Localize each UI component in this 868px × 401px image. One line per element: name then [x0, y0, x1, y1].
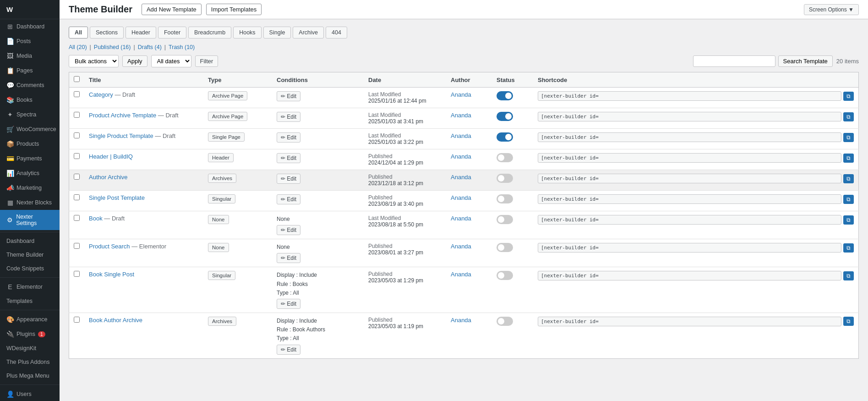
shortcode-input[interactable] — [538, 91, 841, 101]
edit-button[interactable]: ✏ Edit — [277, 253, 300, 263]
sidebar-item-pages[interactable]: 📋Pages — [0, 63, 60, 78]
template-title-link[interactable]: Header | BuildIQ — [89, 153, 133, 160]
edit-button[interactable]: ✏ Edit — [277, 345, 300, 355]
status-toggle[interactable] — [497, 132, 513, 142]
count-drafts[interactable]: Drafts (4) — [138, 44, 162, 50]
author-link[interactable]: Ananda — [451, 194, 471, 201]
add-new-template-button[interactable]: Add New Template — [142, 4, 202, 15]
author-link[interactable]: Ananda — [451, 153, 471, 160]
tab-single[interactable]: Single — [263, 27, 291, 38]
shortcode-copy-button[interactable]: ⧉ — [843, 133, 854, 142]
sidebar-item-plus-mega-menu[interactable]: Plus Mega Menu — [0, 369, 60, 383]
sidebar-item-payments[interactable]: 💳Payments — [0, 151, 60, 166]
template-title-link[interactable]: Book Single Post — [89, 271, 134, 278]
row-checkbox[interactable] — [74, 271, 80, 277]
sidebar-item-templates[interactable]: Templates — [0, 294, 60, 308]
import-templates-button[interactable]: Import Templates — [206, 4, 262, 15]
sidebar-item-marketing[interactable]: 📣Marketing — [0, 181, 60, 195]
template-title-link[interactable]: Single Product Template — [89, 132, 153, 139]
count-all[interactable]: All (20) — [69, 44, 87, 50]
author-link[interactable]: Ananda — [451, 174, 471, 181]
sidebar-item-theme-builder[interactable]: Theme Builder — [0, 248, 60, 262]
row-checkbox[interactable] — [74, 153, 80, 159]
edit-button[interactable]: ✏ Edit — [277, 225, 300, 235]
sidebar-item-products[interactable]: 📦Products — [0, 137, 60, 151]
sidebar-item-dashboard2[interactable]: Dashboard — [0, 234, 60, 248]
author-link[interactable]: Ananda — [451, 112, 471, 119]
author-link[interactable]: Ananda — [451, 317, 471, 324]
dates-select[interactable]: All dates — [151, 55, 191, 67]
sidebar-item-dashboard[interactable]: ⊞Dashboard — [0, 19, 60, 34]
row-checkbox[interactable] — [74, 243, 80, 249]
edit-button[interactable]: ✏ Edit — [277, 112, 300, 122]
shortcode-copy-button[interactable]: ⧉ — [843, 154, 854, 163]
template-title-link[interactable]: Category — [89, 91, 113, 98]
filter-button[interactable]: Filter — [195, 55, 218, 67]
template-title-link[interactable]: Single Post Template — [89, 194, 145, 201]
row-checkbox[interactable] — [74, 194, 80, 200]
template-title-link[interactable]: Book — [89, 215, 103, 222]
screen-options-button[interactable]: Screen Options ▼ — [804, 4, 859, 15]
sidebar-item-woocommerce[interactable]: 🛒WooCommerce — [0, 122, 60, 137]
status-toggle[interactable] — [497, 153, 513, 162]
template-title-link[interactable]: Author Archive — [89, 174, 128, 181]
tab-404[interactable]: 404 — [326, 27, 347, 38]
shortcode-input[interactable] — [538, 174, 841, 183]
tab-sections[interactable]: Sections — [90, 27, 124, 38]
tab-footer[interactable]: Footer — [158, 27, 186, 38]
shortcode-copy-button[interactable]: ⧉ — [843, 92, 854, 101]
tab-all[interactable]: All — [69, 27, 88, 38]
row-checkbox[interactable] — [74, 174, 80, 180]
sidebar-item-nexter-settings[interactable]: ⚙Nexter Settings — [0, 210, 60, 230]
shortcode-input[interactable] — [538, 112, 841, 121]
template-title-link[interactable]: Book Author Archive — [89, 317, 142, 324]
col-header-date[interactable]: Date — [364, 72, 446, 88]
edit-button[interactable]: ✏ Edit — [277, 132, 300, 143]
sidebar-item-posts[interactable]: 📄Posts — [0, 34, 60, 49]
shortcode-input[interactable] — [538, 132, 841, 142]
sidebar-item-books[interactable]: 📚Books — [0, 93, 60, 107]
status-toggle[interactable] — [497, 271, 513, 280]
edit-button[interactable]: ✏ Edit — [277, 194, 300, 204]
shortcode-copy-button[interactable]: ⧉ — [843, 174, 854, 183]
author-link[interactable]: Ananda — [451, 243, 471, 250]
count-published[interactable]: Published (16) — [94, 44, 131, 50]
template-title-link[interactable]: Product Search — [89, 243, 130, 250]
shortcode-input[interactable] — [538, 194, 841, 204]
sidebar-item-appearance[interactable]: 🎨Appearance — [0, 312, 60, 327]
apply-button[interactable]: Apply — [122, 55, 147, 67]
row-checkbox[interactable] — [74, 91, 80, 97]
tab-header[interactable]: Header — [126, 27, 156, 38]
row-checkbox[interactable] — [74, 132, 80, 138]
status-toggle[interactable] — [497, 317, 513, 326]
status-toggle[interactable] — [497, 194, 513, 203]
shortcode-input[interactable] — [538, 271, 841, 280]
shortcode-input[interactable] — [538, 317, 841, 326]
tab-breadcrumb[interactable]: Breadcrumb — [188, 27, 231, 38]
sidebar-item-users[interactable]: 👤Users — [0, 387, 60, 401]
status-toggle[interactable] — [497, 91, 513, 100]
row-checkbox[interactable] — [74, 112, 80, 118]
edit-button[interactable]: ✏ Edit — [277, 299, 300, 309]
edit-button[interactable]: ✏ Edit — [277, 174, 300, 184]
shortcode-input[interactable] — [538, 243, 841, 253]
sidebar-item-comments[interactable]: 💬Comments — [0, 78, 60, 93]
shortcode-input[interactable] — [538, 215, 841, 225]
shortcode-copy-button[interactable]: ⧉ — [843, 271, 854, 280]
sidebar-item-plugins[interactable]: 🔌Plugins 1 — [0, 327, 60, 341]
search-input[interactable] — [693, 55, 775, 67]
edit-button[interactable]: ✏ Edit — [277, 153, 300, 163]
sidebar-item-media[interactable]: 🖼Media — [0, 49, 60, 63]
author-link[interactable]: Ananda — [451, 132, 471, 139]
author-link[interactable]: Ananda — [451, 215, 471, 222]
row-checkbox[interactable] — [74, 215, 80, 221]
status-toggle[interactable] — [497, 112, 513, 121]
sidebar-item-nexter-blocks[interactable]: ▦Nexter Blocks — [0, 195, 60, 210]
sidebar-item-elementor[interactable]: EElementor — [0, 280, 60, 294]
row-checkbox[interactable] — [74, 317, 80, 323]
shortcode-copy-button[interactable]: ⧉ — [843, 243, 854, 253]
template-title-link[interactable]: Product Archive Template — [89, 112, 156, 119]
shortcode-copy-button[interactable]: ⧉ — [843, 215, 854, 225]
bulk-actions-select[interactable]: Bulk actions — [69, 55, 119, 67]
author-link[interactable]: Ananda — [451, 91, 471, 98]
